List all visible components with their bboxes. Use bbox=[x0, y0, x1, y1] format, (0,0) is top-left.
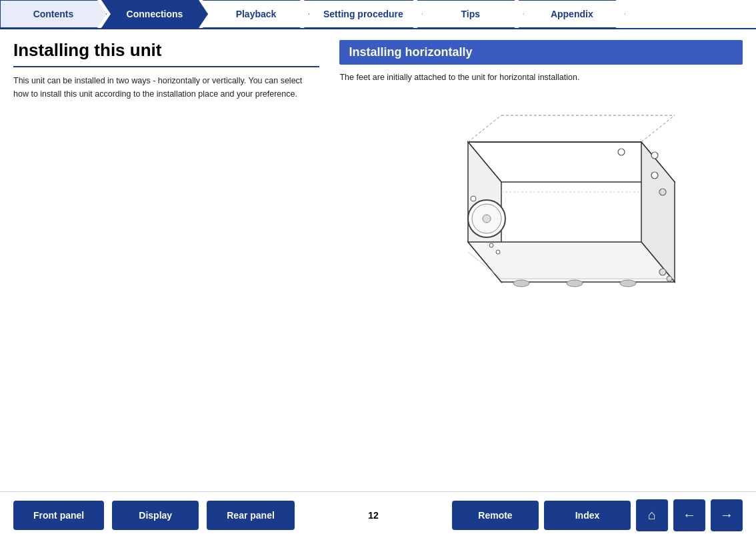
bottom-nav-left: Front panel Display Rear panel bbox=[13, 501, 295, 530]
svg-point-12 bbox=[496, 250, 500, 254]
svg-point-10 bbox=[471, 196, 476, 201]
front-panel-button[interactable]: Front panel bbox=[13, 501, 104, 530]
bottom-nav-right: Remote Index ⌂ ← → bbox=[452, 499, 743, 531]
back-button[interactable]: ← bbox=[673, 499, 705, 531]
device-illustration bbox=[339, 89, 743, 329]
section-header: Installing horizontally bbox=[339, 40, 743, 65]
tab-setting-procedure[interactable]: Setting procedure bbox=[304, 0, 423, 28]
tab-appendix[interactable]: Appendix bbox=[519, 0, 625, 28]
top-navigation: Contents Connections Playback Setting pr… bbox=[0, 0, 756, 29]
svg-point-15 bbox=[513, 280, 529, 287]
forward-button[interactable]: → bbox=[711, 499, 743, 531]
svg-point-14 bbox=[659, 269, 666, 275]
svg-point-5 bbox=[618, 149, 625, 155]
rear-panel-button[interactable]: Rear panel bbox=[207, 501, 295, 530]
bottom-navigation: Front panel Display Rear panel 12 Remote… bbox=[0, 491, 756, 538]
svg-line-24 bbox=[468, 115, 501, 142]
svg-point-4 bbox=[651, 152, 658, 159]
svg-marker-3 bbox=[468, 242, 675, 282]
svg-point-16 bbox=[567, 280, 583, 287]
svg-point-9 bbox=[483, 215, 491, 223]
title-divider bbox=[13, 66, 319, 67]
svg-point-6 bbox=[651, 172, 658, 179]
home-button[interactable]: ⌂ bbox=[636, 499, 668, 531]
tab-tips[interactable]: Tips bbox=[417, 0, 524, 28]
right-panel: Installing horizontally The feet are ini… bbox=[339, 40, 743, 485]
section-desc: The feet are initially attached to the u… bbox=[339, 73, 743, 82]
svg-point-13 bbox=[659, 189, 666, 195]
back-icon: ← bbox=[683, 507, 696, 523]
intro-text: This unit can be installed in two ways -… bbox=[13, 74, 319, 101]
forward-icon: → bbox=[720, 507, 733, 523]
svg-point-21 bbox=[667, 276, 672, 281]
remote-button[interactable]: Remote bbox=[452, 501, 539, 530]
index-button[interactable]: Index bbox=[544, 501, 631, 530]
svg-point-17 bbox=[620, 280, 636, 287]
home-icon: ⌂ bbox=[648, 507, 656, 523]
display-button[interactable]: Display bbox=[112, 501, 199, 530]
tab-contents[interactable]: Contents bbox=[0, 0, 107, 28]
device-svg bbox=[388, 89, 695, 329]
main-content: Installing this unit This unit can be in… bbox=[0, 29, 756, 491]
tab-connections[interactable]: Connections bbox=[101, 0, 208, 28]
page-title: Installing this unit bbox=[13, 40, 319, 61]
left-panel: Installing this unit This unit can be in… bbox=[13, 40, 319, 485]
svg-line-23 bbox=[641, 115, 675, 142]
tab-playback[interactable]: Playback bbox=[203, 0, 309, 28]
svg-point-11 bbox=[489, 243, 493, 247]
page-number: 12 bbox=[368, 510, 379, 521]
